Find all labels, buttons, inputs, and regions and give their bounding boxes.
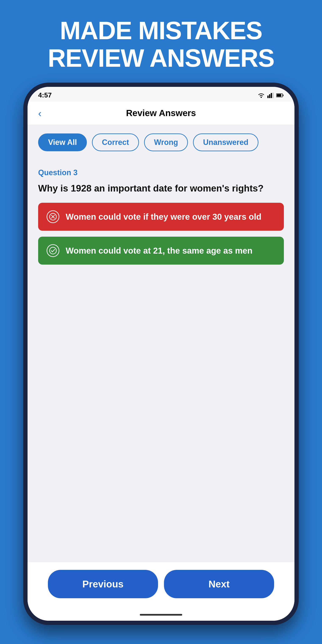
filter-wrong[interactable]: Wrong [144, 134, 188, 151]
filter-correct[interactable]: Correct [92, 134, 139, 151]
svg-point-11 [50, 247, 56, 254]
svg-rect-2 [269, 94, 270, 98]
back-button[interactable]: ‹ [38, 108, 42, 119]
home-bar [140, 614, 182, 616]
status-time: 4:57 [38, 91, 52, 99]
previous-button[interactable]: Previous [48, 570, 158, 598]
phone-screen: 4:57 [28, 87, 294, 621]
status-bar: 4:57 [28, 87, 294, 102]
question-label: Question 3 [38, 168, 284, 177]
signal-icon [267, 92, 274, 98]
svg-rect-6 [282, 94, 284, 96]
content-area: Question 3 Why is 1928 an important date… [28, 160, 294, 562]
answer-wrong-text: Women could vote if they were over 30 ye… [66, 211, 262, 222]
filter-unanswered[interactable]: Unanswered [193, 134, 258, 151]
svg-rect-7 [277, 94, 281, 96]
phone-frame: 4:57 [23, 82, 299, 625]
answer-correct: Women could vote at 21, the same age as … [38, 237, 284, 264]
svg-rect-1 [267, 96, 268, 98]
home-indicator [28, 611, 294, 621]
answer-wrong: Women could vote if they were over 30 ye… [38, 203, 284, 231]
bottom-bar: Previous Next [28, 562, 294, 611]
question-text: Why is 1928 an important date for women'… [38, 182, 284, 194]
battery-icon [276, 93, 284, 98]
wrong-icon [46, 210, 59, 223]
next-button[interactable]: Next [164, 570, 274, 598]
nav-title: Review Answers [126, 108, 196, 118]
status-icons [258, 92, 284, 98]
svg-rect-3 [271, 93, 272, 98]
correct-icon [46, 244, 59, 257]
wifi-icon [258, 92, 265, 98]
header-section: MADE MISTAKES REVIEW ANSWERS [35, 0, 287, 82]
header-title: MADE MISTAKES REVIEW ANSWERS [48, 17, 274, 72]
svg-point-0 [260, 96, 262, 98]
filter-view-all[interactable]: View All [38, 134, 87, 151]
nav-bar: ‹ Review Answers [28, 102, 294, 125]
filter-row: View All Correct Wrong Unanswered [28, 125, 294, 160]
svg-rect-4 [272, 92, 274, 98]
answer-correct-text: Women could vote at 21, the same age as … [66, 245, 252, 256]
